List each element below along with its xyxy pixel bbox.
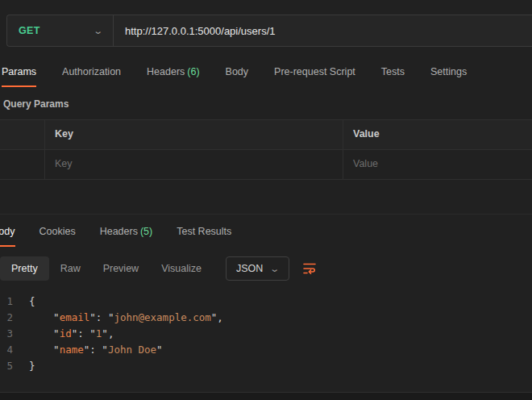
request-bar: GET ⌄ bbox=[6, 15, 532, 47]
code-line-content: } bbox=[29, 358, 35, 374]
code-line: 3 "id": "1", bbox=[0, 326, 532, 342]
tab-label: Headers bbox=[147, 66, 185, 77]
table-header-row: Key Value bbox=[0, 120, 532, 150]
tab-label: Body bbox=[0, 226, 15, 237]
line-number: 3 bbox=[0, 326, 29, 342]
key-input-cell[interactable]: Key bbox=[44, 150, 343, 179]
query-params-title: Query Params bbox=[3, 98, 532, 110]
status-bar bbox=[0, 392, 532, 400]
wrap-text-icon[interactable] bbox=[302, 261, 318, 276]
chevron-down-icon: ⌄ bbox=[269, 265, 280, 273]
response-toolbar: Pretty Raw Preview Visualize JSON ⌄ bbox=[0, 256, 532, 281]
format-dropdown[interactable]: JSON ⌄ bbox=[226, 256, 289, 281]
view-raw-button[interactable]: Raw bbox=[49, 256, 92, 281]
code-line-content: "id": "1", bbox=[29, 326, 114, 342]
request-tabs: Params Authorization Headers(6) Body Pre… bbox=[2, 66, 532, 87]
tab-headers[interactable]: Headers(6) bbox=[147, 66, 200, 87]
tab-label: Tests bbox=[381, 66, 405, 77]
tab-label: Params bbox=[2, 66, 36, 77]
line-number: 1 bbox=[0, 294, 29, 310]
response-tab-body[interactable]: Body bbox=[0, 226, 15, 247]
tab-label: Authorization bbox=[62, 66, 121, 77]
table-row: Key Value bbox=[0, 150, 532, 179]
tab-pre-request-script[interactable]: Pre-request Script bbox=[274, 66, 355, 87]
code-line: 2 "email": "john@example.com", bbox=[0, 310, 532, 326]
row-checkbox-cell[interactable] bbox=[0, 150, 44, 179]
tab-label: Cookies bbox=[39, 226, 76, 237]
response-tabs: Body Cookies Headers(5) Test Results bbox=[0, 226, 532, 247]
response-code: 1{2 "email": "john@example.com",3 "id": … bbox=[0, 294, 532, 374]
response-tab-test-results[interactable]: Test Results bbox=[177, 226, 231, 247]
code-line: 1{ bbox=[0, 294, 532, 310]
method-dropdown[interactable]: GET ⌄ bbox=[7, 15, 114, 46]
tab-label: Headers bbox=[100, 226, 138, 237]
tab-tests[interactable]: Tests bbox=[381, 66, 405, 87]
tab-label: Pre-request Script bbox=[274, 66, 355, 77]
code-line-content: "email": "john@example.com", bbox=[29, 310, 223, 326]
query-params-table: Key Value Key Value bbox=[0, 119, 532, 180]
line-number: 5 bbox=[0, 358, 29, 374]
tab-count: (6) bbox=[187, 66, 199, 77]
tab-settings[interactable]: Settings bbox=[430, 66, 467, 87]
value-column-header: Value bbox=[343, 120, 532, 149]
chevron-down-icon: ⌄ bbox=[93, 27, 103, 35]
response-section: Body Cookies Headers(5) Test Results Pre… bbox=[0, 214, 532, 374]
tab-count: (5) bbox=[140, 226, 152, 237]
response-tab-headers[interactable]: Headers(5) bbox=[100, 226, 153, 247]
response-tab-cookies[interactable]: Cookies bbox=[39, 226, 76, 247]
key-column-header: Key bbox=[44, 120, 343, 149]
format-label: JSON bbox=[236, 263, 263, 274]
code-line-content: { bbox=[29, 294, 35, 310]
line-number: 4 bbox=[0, 342, 29, 358]
line-number: 2 bbox=[0, 310, 29, 326]
code-line-content: "name": "John Doe" bbox=[29, 342, 163, 358]
view-pretty-button[interactable]: Pretty bbox=[0, 256, 49, 281]
checkbox-column-header bbox=[0, 120, 44, 149]
tab-params[interactable]: Params bbox=[2, 66, 36, 87]
tab-label: Settings bbox=[430, 66, 467, 77]
tab-label: Body bbox=[226, 66, 249, 77]
code-line: 5} bbox=[0, 358, 532, 374]
tab-authorization[interactable]: Authorization bbox=[62, 66, 121, 87]
method-label: GET bbox=[19, 25, 40, 36]
code-line: 4 "name": "John Doe" bbox=[0, 342, 532, 358]
value-input-cell[interactable]: Value bbox=[343, 150, 532, 179]
tab-body[interactable]: Body bbox=[226, 66, 249, 87]
view-visualize-button[interactable]: Visualize bbox=[150, 256, 213, 281]
view-preview-button[interactable]: Preview bbox=[92, 256, 150, 281]
tab-label: Test Results bbox=[177, 226, 231, 237]
url-input[interactable] bbox=[114, 15, 532, 46]
